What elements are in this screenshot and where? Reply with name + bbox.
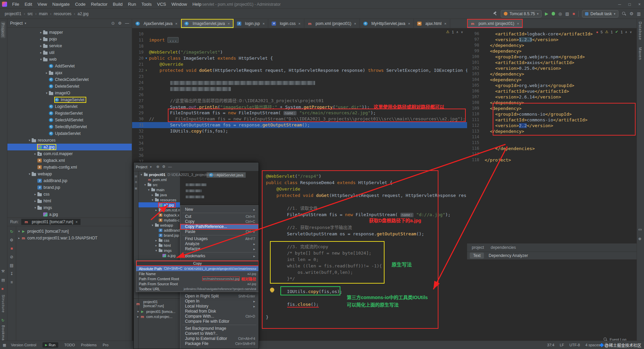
build-icon[interactable]: [493, 11, 497, 16]
code-line[interactable]: [266, 218, 466, 224]
gear-icon[interactable]: ⚙: [630, 11, 634, 16]
tree-item-imageservlet[interactable]: ImageServlet: [7, 96, 132, 103]
expand-arrow-icon[interactable]: ▾: [44, 91, 49, 95]
bottom-tab-text[interactable]: Text: [470, 253, 484, 259]
code-line[interactable]: [266, 308, 466, 314]
run-icon[interactable]: ▶: [545, 11, 548, 16]
menu-view[interactable]: View: [35, 1, 49, 7]
code-line-112[interactable]: 112 <version>2.2</version>: [467, 123, 637, 128]
code-line-117[interactable]: 117: [467, 151, 637, 157]
run-item-com-rcd-project01-war-1-0-snapshot[interactable]: ▸com.rcd:project01:war:1.0-SNAPSHOT: [17, 235, 97, 241]
code-line-110[interactable]: 110 <groupId>commons-io</groupId>: [467, 111, 637, 117]
code-line[interactable]: while ((len = fis.read(buff))!= -1){: [266, 263, 466, 269]
menu-item-bookmarks[interactable]: Bookmarks▸: [180, 254, 258, 259]
tree-item-css[interactable]: ▸css: [139, 238, 180, 243]
tree-item-logback-xml[interactable]: logback.xml: [7, 157, 132, 164]
chevron-down-icon[interactable]: ▾: [25, 22, 26, 25]
tree-item-web[interactable]: ▾web: [7, 56, 132, 63]
tree-item-a-jpg[interactable]: a.jpg: [139, 253, 180, 258]
menu-item-find-usages[interactable]: Find UsagesAlt+F7: [180, 236, 258, 241]
expand-arrow-icon[interactable]: ▾: [154, 249, 158, 252]
menu-item-paste[interactable]: PasteCtrl+V: [180, 229, 258, 234]
tree-item-css[interactable]: ▸css: [7, 191, 132, 198]
code-line-115[interactable]: 115: [467, 140, 637, 146]
tree-item-main[interactable]: ▾main: [139, 187, 180, 192]
tree-item-resources[interactable]: ▾resources: [139, 197, 180, 202]
tree-item-selectbyidservlet[interactable]: SelectByIdServlet: [7, 123, 132, 130]
tab-pom-xml-project01[interactable]: pom.xml (project01)×: [304, 19, 360, 28]
code-line[interactable]: //3. 完成流的copy: [266, 243, 466, 250]
inspections-widget[interactable]: ⚠ 1 ∧ ∨: [446, 30, 463, 34]
locate-icon[interactable]: ⊙: [111, 21, 115, 26]
status-run[interactable]: ▶Run: [42, 342, 58, 348]
tree-item-java[interactable]: ▸java: [139, 192, 180, 197]
code-line-99[interactable]: 99 <dependency>: [467, 48, 637, 54]
code-line[interactable]: //1. 读取文件: [266, 205, 466, 211]
tab-login-css[interactable]: login.css×: [268, 19, 304, 28]
tree-item-mybatis-c[interactable]: mybatis-c: [139, 217, 180, 223]
copy-option-absolute-path[interactable]: Absolute PathCtrl+Shift+CD:\IDEA2021_3_p…: [136, 266, 259, 271]
tree-item-html[interactable]: ▸html: [139, 243, 180, 248]
settings-icon[interactable]: ⚙: [118, 21, 122, 26]
code-line[interactable]: [266, 237, 466, 243]
menu-item-copy[interactable]: CopyCtrl+C: [180, 219, 258, 224]
tool-icon[interactable]: ▤: [1, 278, 5, 282]
scroll-down-icon[interactable]: ↧: [10, 271, 13, 276]
expand-arrow-icon[interactable]: ▸: [44, 71, 49, 75]
add-icon[interactable]: ⊕: [638, 237, 641, 241]
stop-icon[interactable]: ■: [10, 246, 13, 251]
tree-item-webapp[interactable]: ▾webapp: [139, 223, 180, 228]
menu-edit[interactable]: Edit: [22, 1, 34, 7]
code-line[interactable]: @WebServlet("/resp4"): [266, 173, 466, 179]
expand-arrow-icon[interactable]: ▸: [39, 37, 43, 41]
menu-item-new[interactable]: New▸: [180, 207, 258, 212]
settings-icon[interactable]: ⚙: [10, 238, 13, 242]
menu-build[interactable]: Build: [111, 1, 125, 7]
tree-item-addservlet[interactable]: AddServlet: [7, 63, 132, 69]
tree-item-pom-xml[interactable]: pom.xml: [139, 177, 180, 182]
breadcrumb-main[interactable]: main: [39, 11, 48, 16]
code-line-106[interactable]: 106 <artifactId>vue</artifactId>: [467, 88, 637, 94]
code-line-33[interactable]: 33: [132, 134, 467, 140]
sync-icon[interactable]: ↻: [1, 318, 4, 323]
tab-ajax-html[interactable]: ajax.html×: [414, 19, 450, 28]
tree-item-brand-jsp[interactable]: brand.jsp: [139, 233, 180, 238]
code-line-19[interactable]: 19@WebServlet("/imageServlet"): [132, 49, 467, 55]
code-line-100[interactable]: 100 <groupId>org.webjars.npm</groupId>: [467, 54, 637, 60]
close-icon[interactable]: ×: [444, 22, 446, 26]
rerun-icon[interactable]: ↻: [10, 229, 13, 234]
tree-item-a2-jpg[interactable]: a2.jpg: [139, 202, 180, 207]
code-line-102[interactable]: 102 <version>0.25.0</version>: [467, 65, 637, 71]
expand-arrow-icon[interactable]: ▾: [39, 58, 43, 61]
menu-vcs[interactable]: VCS: [155, 1, 168, 7]
menu-item-open-in[interactable]: Open In▸: [180, 299, 258, 304]
tree-item-project01[interactable]: ▾project01D:\IDEA2021_3_projects\project…: [139, 172, 180, 177]
expand-arrow-icon[interactable]: ▾: [139, 173, 144, 176]
menu-item-reload-from-disk[interactable]: Reload from Disk: [180, 309, 258, 314]
close-icon[interactable]: ×: [175, 22, 177, 26]
code-line-35[interactable]: 35: [132, 146, 467, 152]
code-line-22[interactable]: 22↑ protected void doGet(HttpServletRequ…: [132, 67, 467, 74]
task-config-select[interactable]: Default task▾: [582, 10, 618, 18]
wrench-icon[interactable]: ⚒: [1, 269, 5, 273]
code-line[interactable]: protected void doGet(HttpServletRequest …: [266, 192, 466, 199]
code-line-114[interactable]: 114: [467, 134, 637, 140]
expand-arrow-icon[interactable]: ▸: [33, 193, 37, 196]
close-icon[interactable]: ×: [517, 22, 519, 26]
code-line-21[interactable]: 21 @Override: [132, 61, 467, 67]
code-line-108[interactable]: 108 </dependency>: [467, 100, 637, 106]
menu-code[interactable]: Code: [73, 1, 88, 7]
status-todo[interactable]: TODO: [64, 343, 75, 347]
menu-item-copy-path-reference[interactable]: Copy Path/Reference...: [180, 224, 258, 229]
tree-item-webapp[interactable]: ▾webapp: [7, 171, 132, 177]
code-line-18[interactable]: 18: [132, 43, 467, 49]
code-line-103[interactable]: 103 </dependency>: [467, 71, 637, 77]
tree-item-checkcodeservlet[interactable]: CheckCodeServlet: [7, 76, 132, 83]
tree-item-addbrand-jsp[interactable]: addBrand.jsp: [7, 177, 132, 184]
expand-arrow-icon[interactable]: ▸: [150, 193, 155, 197]
notify-icon[interactable]: ▭: [638, 227, 642, 232]
tree-item-mapper[interactable]: ▸mapper: [7, 29, 132, 36]
menu-item-jump-to-external-editor[interactable]: Jump to External EditorCtrl+Alt+F4: [180, 336, 258, 341]
code-line[interactable]: }: [266, 314, 466, 320]
layout-icon[interactable]: ▥: [637, 11, 641, 16]
